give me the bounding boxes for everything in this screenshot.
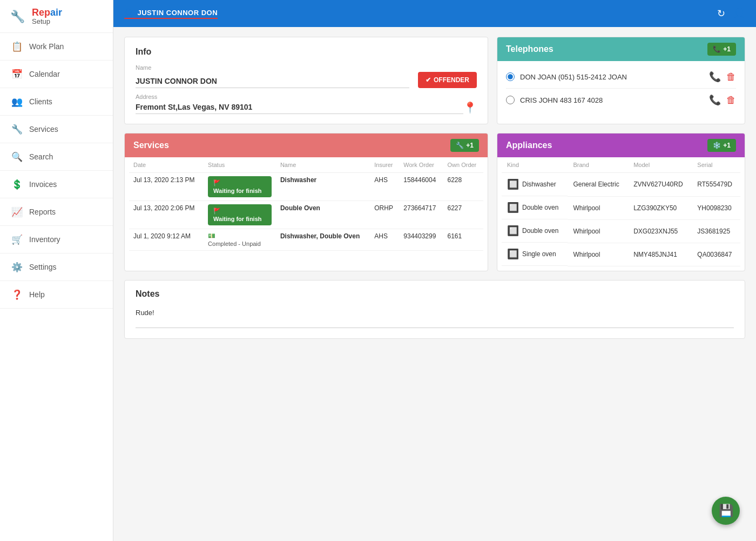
phone-radio-1[interactable] bbox=[506, 96, 515, 104]
name-cell-0: Dishwasher bbox=[276, 173, 370, 201]
sidebar-item-settings[interactable]: ⚙️ Settings bbox=[0, 253, 113, 281]
phone-call-icon-1[interactable]: 📞 bbox=[709, 94, 721, 106]
appliances-header: Appliances ❄️ +1 bbox=[497, 133, 745, 157]
app-model-cell-1: LZG390ZKY50 bbox=[628, 196, 692, 219]
app-model-cell-3: NMY485JNJ41 bbox=[628, 243, 692, 266]
app-brand-cell-1: Whirlpool bbox=[568, 196, 628, 219]
user-icon: 👤 bbox=[124, 9, 133, 17]
header-user-container: 👤 JUSTIN CONNOR DON bbox=[124, 9, 218, 19]
search-icon: 🔍 bbox=[11, 151, 23, 163]
main-area: 👤 JUSTIN CONNOR DON ↻ 👤 Info Name JUSTIN… bbox=[113, 0, 756, 541]
status-cell-2: 💵 Completed - Unpaid bbox=[204, 229, 276, 251]
notes-textarea[interactable] bbox=[136, 306, 734, 328]
app-model-cell-2: DXG023XNJ55 bbox=[628, 219, 692, 243]
name-cell-1: Double Oven bbox=[276, 201, 370, 229]
work-order-cell-1: 273664717 bbox=[399, 201, 443, 229]
map-icon[interactable]: 📍 bbox=[463, 101, 477, 114]
work-plan-icon: 📋 bbox=[11, 41, 23, 52]
header-actions: ↻ 👤 bbox=[717, 8, 745, 19]
sidebar-item-label: Clients bbox=[29, 97, 52, 106]
own-order-cell-2: 6161 bbox=[443, 229, 483, 251]
offender-button[interactable]: ✔ OFFENDER bbox=[418, 72, 477, 88]
phone-delete-icon-1[interactable]: 🗑 bbox=[726, 95, 736, 106]
services-header: Services 🔧 +1 bbox=[125, 133, 488, 157]
add-telephone-button[interactable]: 📞 +1 bbox=[707, 43, 736, 56]
date-cell-2: Jul 1, 2020 9:12 AM bbox=[129, 229, 204, 251]
address-label: Address bbox=[136, 93, 477, 100]
sidebar-item-label: Help bbox=[29, 290, 45, 299]
add-service-label: +1 bbox=[466, 142, 474, 149]
services-title: Services bbox=[133, 141, 169, 150]
status-cell-1: 🚩 Waiting for finish bbox=[204, 201, 276, 229]
save-fab-button[interactable]: 💾 bbox=[712, 497, 740, 525]
phone-call-icon-0[interactable]: 📞 bbox=[709, 71, 721, 83]
service-row[interactable]: Jul 13, 2020 2:13 PM 🚩 Waiting for finis… bbox=[129, 173, 483, 201]
sidebar-item-label: Inventory bbox=[29, 235, 60, 244]
date-cell-0: Jul 13, 2020 2:13 PM bbox=[129, 173, 204, 201]
appliances-card: Appliances ❄️ +1 Kind Brand Model bbox=[497, 133, 745, 271]
phone-name-0: DON JOAN (051) 515-2412 JOAN bbox=[520, 73, 704, 81]
appliance-icon-3: 🔲 bbox=[507, 248, 519, 260]
appliances-tbody: 🔲 Dishwasher General Electric ZVNV627U40… bbox=[502, 173, 740, 266]
sidebar-item-services[interactable]: 🔧 Services bbox=[0, 116, 113, 143]
appliances-table: Kind Brand Model Serial 🔲 Dishwasher Gen… bbox=[502, 157, 740, 266]
app-kind-cell-3: 🔲 Single oven bbox=[502, 243, 568, 266]
services-icon: 🔧 bbox=[11, 123, 23, 135]
sidebar-item-reports[interactable]: 📈 Reports bbox=[0, 198, 113, 226]
services-header-row: Date Status Name Insurer Work Order Own … bbox=[129, 157, 483, 173]
own-order-cell-1: 6227 bbox=[443, 201, 483, 229]
app-kind-cell-2: 🔲 Double oven bbox=[502, 219, 568, 243]
notes-card: Notes bbox=[124, 280, 745, 339]
sidebar-item-invoices[interactable]: 💲 Invoices bbox=[0, 171, 113, 198]
sidebar-item-label: Services bbox=[29, 125, 58, 133]
flag-icon: 🚩 bbox=[213, 179, 221, 186]
insurer-cell-0: AHS bbox=[370, 173, 399, 201]
logo-icon: 🔧 bbox=[8, 6, 28, 26]
nav-menu: 📋 Work Plan 📅 Calendar 👥 Clients 🔧 Servi… bbox=[0, 33, 113, 309]
add-appliance-button[interactable]: ❄️ +1 bbox=[707, 139, 736, 152]
appliances-header-row: Kind Brand Model Serial bbox=[502, 157, 740, 173]
address-row: Fremont St,Las Vegas, NV 89101 📍 bbox=[136, 101, 477, 114]
service-row[interactable]: Jul 13, 2020 2:06 PM 🚩 Waiting for finis… bbox=[129, 201, 483, 229]
work-order-cell-0: 158446004 bbox=[399, 173, 443, 201]
refresh-icon[interactable]: ↻ bbox=[717, 8, 725, 19]
help-icon: ❓ bbox=[11, 289, 23, 300]
services-tbody: Jul 13, 2020 2:13 PM 🚩 Waiting for finis… bbox=[129, 173, 483, 251]
add-service-button[interactable]: 🔧 +1 bbox=[450, 139, 479, 152]
phone-radio-0[interactable] bbox=[506, 72, 515, 81]
service-row[interactable]: Jul 1, 2020 9:12 AM 💵 Completed - Unpaid… bbox=[129, 229, 483, 251]
flag-icon: 🚩 bbox=[213, 208, 221, 215]
appliance-row[interactable]: 🔲 Double oven Whirlpool LZG390ZKY50 YH00… bbox=[502, 196, 740, 219]
name-cell-2: Dishwasher, Double Oven bbox=[276, 229, 370, 251]
header: 👤 JUSTIN CONNOR DON ↻ 👤 bbox=[113, 0, 756, 27]
appliance-row[interactable]: 🔲 Single oven Whirlpool NMY485JNJ41 QA00… bbox=[502, 243, 740, 266]
sidebar-item-help[interactable]: ❓ Help bbox=[0, 281, 113, 309]
sidebar-item-calendar[interactable]: 📅 Calendar bbox=[0, 61, 113, 88]
phone-name-1: CRIS JOHN 483 167 4028 bbox=[520, 96, 704, 104]
col-name: Name bbox=[276, 157, 370, 173]
money-icon: 💵 bbox=[208, 232, 215, 239]
appliance-icon-2: 🔲 bbox=[507, 225, 519, 237]
services-table-container: Date Status Name Insurer Work Order Own … bbox=[125, 157, 488, 255]
header-username: JUSTIN CONNOR DON bbox=[138, 9, 218, 17]
sidebar-item-work-plan[interactable]: 📋 Work Plan bbox=[0, 33, 113, 61]
profile-icon[interactable]: 👤 bbox=[733, 8, 745, 19]
app-kind-cell-1: 🔲 Double oven bbox=[502, 196, 568, 219]
sidebar-item-inventory[interactable]: 🛒 Inventory bbox=[0, 226, 113, 253]
services-table: Date Status Name Insurer Work Order Own … bbox=[129, 157, 483, 251]
appliance-row[interactable]: 🔲 Dishwasher General Electric ZVNV627U40… bbox=[502, 173, 740, 197]
app-serial-cell-1: YH0098230 bbox=[692, 196, 740, 219]
header-user: 👤 JUSTIN CONNOR DON bbox=[124, 9, 218, 17]
sidebar-item-search[interactable]: 🔍 Search bbox=[0, 143, 113, 171]
inventory-icon: 🛒 bbox=[11, 233, 23, 245]
app-brand-cell-0: General Electric bbox=[568, 173, 628, 197]
app-col-serial: Serial bbox=[692, 157, 740, 173]
app-brand-cell-2: Whirlpool bbox=[568, 219, 628, 243]
services-card: Services 🔧 +1 Date Status Name I bbox=[124, 133, 488, 271]
telephones-header: Telephones 📞 +1 bbox=[497, 37, 745, 61]
sidebar-item-clients[interactable]: 👥 Clients bbox=[0, 88, 113, 116]
appliance-icon-0: 🔲 bbox=[507, 178, 519, 190]
appliance-row[interactable]: 🔲 Double oven Whirlpool DXG023XNJ55 JS36… bbox=[502, 219, 740, 243]
phone-delete-icon-0[interactable]: 🗑 bbox=[726, 71, 736, 83]
sidebar-item-label: Reports bbox=[29, 208, 56, 216]
